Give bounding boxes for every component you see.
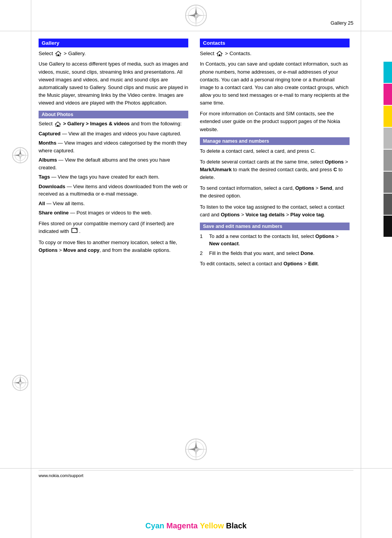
albums-desc: — View the default albums and the ones y… bbox=[39, 157, 170, 170]
tab-gray4 bbox=[384, 194, 392, 215]
tags-term: Tags bbox=[39, 174, 50, 180]
tab-cyan bbox=[384, 62, 392, 83]
page-right-line bbox=[361, 0, 361, 538]
gallery-select-post: > Gallery. bbox=[64, 51, 86, 56]
gallery-section-header: Gallery bbox=[39, 39, 188, 47]
step2-text: Fill in the fields that you want, and se… bbox=[209, 250, 314, 257]
footer-url: www.nokia.com/support bbox=[39, 473, 83, 478]
save-edit-step2: 2 Fill in the fields that you want, and … bbox=[200, 250, 350, 257]
tab-yellow bbox=[384, 106, 392, 127]
downloads-term: Downloads bbox=[39, 184, 65, 189]
svg-marker-8 bbox=[197, 14, 204, 17]
save-edit-note: To edit contacts, select a contact and O… bbox=[200, 260, 350, 268]
about-photos-select-post: and from the following: bbox=[131, 121, 182, 126]
svg-marker-7 bbox=[188, 14, 195, 17]
captured-term: Captured bbox=[39, 131, 61, 137]
contacts-intro1: In Contacts, you can save and update con… bbox=[200, 60, 350, 107]
contacts-home-icon bbox=[216, 51, 223, 56]
manage-names-header: Manage names and numbers bbox=[200, 137, 350, 145]
all-desc: — View all items. bbox=[45, 201, 85, 206]
albums-term: Albums bbox=[39, 157, 57, 163]
gallery-memory-note: Files stored on your compatible memory c… bbox=[39, 220, 188, 236]
save-edit-steps: 1 To add a new contact to the contacts l… bbox=[200, 233, 350, 257]
tags-desc: — View the tags you have created for eac… bbox=[50, 174, 159, 180]
manage-listen: To listen to the voice tag assigned to t… bbox=[200, 203, 350, 219]
gallery-column: Gallery Select > Gallery. Use Gallery to… bbox=[39, 39, 188, 469]
contacts-intro2: For more information on Contacts and SIM… bbox=[200, 110, 350, 133]
tab-magenta bbox=[384, 84, 392, 105]
top-compass-icon bbox=[184, 4, 208, 27]
about-photos-select-mid: > Gallery > Images & videos bbox=[63, 121, 130, 126]
tab-gray3 bbox=[384, 172, 392, 193]
svg-rect-30 bbox=[57, 125, 59, 126]
color-label-black: Black bbox=[226, 521, 247, 530]
svg-marker-42 bbox=[188, 448, 195, 450]
gallery-item-all: All — View all items. bbox=[39, 200, 188, 207]
contacts-select-pre: Select bbox=[200, 51, 215, 56]
gallery-item-months: Months — View images and videos categori… bbox=[39, 139, 188, 154]
gallery-items-list: Captured — View all the images and video… bbox=[39, 130, 188, 217]
all-term: All bbox=[39, 201, 45, 206]
svg-marker-32 bbox=[75, 228, 77, 230]
memory-note-text: Files stored on your compatible memory c… bbox=[39, 221, 174, 234]
memory-note-suffix: . bbox=[79, 228, 81, 234]
svg-marker-41 bbox=[195, 450, 197, 457]
tab-black bbox=[384, 216, 392, 237]
gallery-item-captured: Captured — View all the images and video… bbox=[39, 130, 188, 138]
gallery-intro: Use Gallery to access different types of… bbox=[39, 60, 188, 107]
gallery-home-icon bbox=[55, 51, 61, 56]
about-photos-header: About Photos bbox=[39, 111, 188, 118]
months-term: Months bbox=[39, 140, 56, 146]
tab-gray2 bbox=[384, 150, 392, 171]
svg-marker-43 bbox=[197, 448, 204, 450]
contacts-section-header: Contacts bbox=[200, 39, 350, 47]
page-top-line bbox=[0, 31, 392, 31]
svg-marker-6 bbox=[195, 16, 197, 23]
about-photos-select: Select > Gallery > Images & videos and f… bbox=[39, 121, 188, 127]
left-circle-bottom-icon bbox=[12, 374, 29, 391]
color-label-cyan: Cyan bbox=[145, 521, 164, 530]
color-label-yellow: Yellow bbox=[200, 521, 224, 530]
gallery-item-tags: Tags — View the tags you have created fo… bbox=[39, 173, 188, 181]
side-tabs bbox=[384, 62, 392, 238]
save-edit-header: Save and edit names and numbers bbox=[200, 223, 350, 230]
svg-rect-34 bbox=[219, 54, 220, 56]
captured-desc: — View all the images and videos you hav… bbox=[61, 131, 181, 137]
gallery-item-share: Share online — Post images or videos to … bbox=[39, 209, 188, 217]
page-footer: www.nokia.com/support bbox=[39, 470, 353, 478]
about-photos-home-icon bbox=[55, 121, 61, 127]
gallery-select-line: Select > Gallery. bbox=[39, 51, 188, 56]
gallery-item-albums: Albums — View the default albums and the… bbox=[39, 156, 188, 171]
page-left-line bbox=[31, 0, 31, 538]
step1-text: To add a new contact to the contacts lis… bbox=[209, 233, 350, 248]
page-header: Gallery 25 bbox=[331, 20, 353, 26]
share-term: Share online bbox=[39, 210, 69, 216]
save-edit-step1: 1 To add a new contact to the contacts l… bbox=[200, 233, 350, 248]
gallery-item-downloads: Downloads — View items and videos downlo… bbox=[39, 183, 188, 198]
main-content: Gallery Select > Gallery. Use Gallery to… bbox=[39, 39, 350, 469]
step1-num: 1 bbox=[200, 233, 206, 248]
svg-marker-40 bbox=[195, 442, 197, 449]
contacts-select-line: Select > Contacts. bbox=[200, 51, 350, 56]
memcard-icon bbox=[71, 228, 78, 235]
svg-rect-28 bbox=[57, 54, 59, 56]
manage-delete1: To delete a contact card, select a card,… bbox=[200, 147, 350, 155]
bottom-compass-icon bbox=[184, 438, 208, 461]
gallery-select-pre: Select bbox=[39, 51, 53, 56]
gallery-copy-note: To copy or move files to another memory … bbox=[39, 239, 188, 254]
share-desc: — Post images or videos to the web. bbox=[69, 210, 152, 216]
manage-delete2: To delete several contact cards at the s… bbox=[200, 158, 350, 181]
bottom-color-labels: Cyan Magenta Yellow Black bbox=[145, 521, 247, 530]
color-label-magenta: Magenta bbox=[166, 521, 198, 530]
step2-num: 2 bbox=[200, 250, 206, 257]
contacts-column: Contacts Select > Contacts. In Contacts,… bbox=[200, 39, 350, 469]
about-photos-select-pre: Select bbox=[39, 121, 52, 126]
tab-gray1 bbox=[384, 128, 392, 149]
svg-marker-5 bbox=[195, 8, 197, 15]
manage-send: To send contact information, select a ca… bbox=[200, 184, 350, 200]
left-circle-top-icon bbox=[12, 147, 29, 164]
months-desc: — View images and videos categorised by … bbox=[39, 140, 187, 153]
contacts-select-post: > Contacts. bbox=[225, 51, 252, 56]
